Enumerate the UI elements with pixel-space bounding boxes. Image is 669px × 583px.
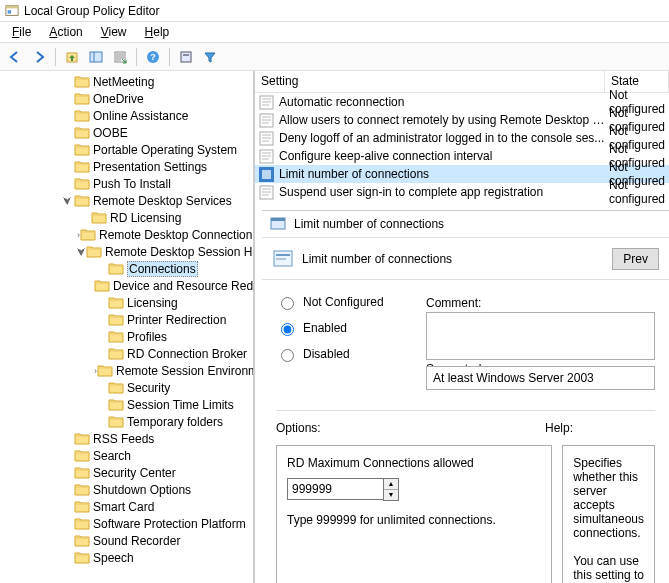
tree-node[interactable]: ›Remote Desktop Connection Client bbox=[77, 226, 253, 243]
tree-node[interactable]: Search bbox=[60, 447, 253, 464]
tree-node[interactable]: Push To Install bbox=[60, 175, 253, 192]
properties-button[interactable] bbox=[175, 46, 197, 68]
column-setting[interactable]: Setting bbox=[255, 71, 605, 92]
list-item[interactable]: Deny logoff of an administrator logged i… bbox=[255, 129, 669, 147]
tree-node[interactable]: NetMeeting bbox=[60, 73, 253, 90]
list-item[interactable]: Limit number of connectionsNot configure… bbox=[255, 165, 669, 183]
tree-node[interactable]: Security Center bbox=[60, 464, 253, 481]
comment-textbox[interactable] bbox=[426, 312, 655, 360]
expander-spacer bbox=[94, 313, 108, 327]
tree-pane[interactable]: NetMeetingOneDriveOnline AssistanceOOBEP… bbox=[0, 71, 255, 583]
tree-node-label: Remote Desktop Session Host bbox=[105, 245, 255, 259]
forward-button[interactable] bbox=[28, 46, 50, 68]
expander-spacer bbox=[60, 483, 74, 497]
menu-help[interactable]: Help bbox=[137, 23, 178, 41]
svg-rect-34 bbox=[271, 218, 285, 221]
tree-node-label: Security bbox=[127, 381, 170, 395]
tree-node[interactable]: ›Remote Session Environment bbox=[94, 362, 253, 379]
tree-node[interactable]: Profiles bbox=[94, 328, 253, 345]
folder-icon bbox=[74, 126, 90, 139]
expander-spacer bbox=[60, 517, 74, 531]
spinner-buttons[interactable]: ▲ ▼ bbox=[383, 478, 399, 501]
list-item[interactable]: Automatic reconnectionNot configured bbox=[255, 93, 669, 111]
export-button[interactable] bbox=[109, 46, 131, 68]
tree-node-label: Remote Session Environment bbox=[116, 364, 255, 378]
expander-spacer bbox=[60, 534, 74, 548]
tree-node-label: Online Assistance bbox=[93, 109, 188, 123]
separator bbox=[136, 48, 137, 66]
policy-tree[interactable]: NetMeetingOneDriveOnline AssistanceOOBEP… bbox=[0, 73, 253, 566]
tree-node-label: Smart Card bbox=[93, 500, 154, 514]
radio-disabled[interactable]: Disabled bbox=[276, 346, 416, 362]
radio-not-configured-input[interactable] bbox=[281, 297, 294, 310]
spinner-up[interactable]: ▲ bbox=[384, 479, 398, 490]
tree-node[interactable]: Speech bbox=[60, 549, 253, 566]
spinner-down[interactable]: ▼ bbox=[384, 490, 398, 500]
tree-node[interactable]: Temporary folders bbox=[94, 413, 253, 430]
tree-node-label: OneDrive bbox=[93, 92, 144, 106]
tree-node[interactable]: ⮟Remote Desktop Session Host bbox=[77, 243, 253, 260]
options-panel: RD Maximum Connections allowed ▲ ▼ Type … bbox=[276, 445, 552, 583]
up-button[interactable] bbox=[61, 46, 83, 68]
expander-spacer bbox=[94, 381, 108, 395]
chevron-down-icon[interactable]: ⮟ bbox=[77, 245, 86, 259]
tree-node[interactable]: Sound Recorder bbox=[60, 532, 253, 549]
chevron-down-icon[interactable]: ⮟ bbox=[60, 194, 74, 208]
menu-view[interactable]: View bbox=[93, 23, 135, 41]
folder-icon bbox=[74, 517, 90, 530]
tree-node[interactable]: Presentation Settings bbox=[60, 158, 253, 175]
folder-icon bbox=[108, 381, 124, 394]
tree-node-label: Push To Install bbox=[93, 177, 171, 191]
tree-node-label: Portable Operating System bbox=[93, 143, 237, 157]
tree-node[interactable]: RD Connection Broker bbox=[94, 345, 253, 362]
radio-enabled[interactable]: Enabled bbox=[276, 320, 416, 336]
expander-spacer bbox=[60, 75, 74, 89]
tree-node[interactable]: Device and Resource Redirection bbox=[94, 277, 253, 294]
radio-disabled-label: Disabled bbox=[303, 347, 350, 361]
folder-icon bbox=[74, 177, 90, 190]
list-item[interactable]: Suspend user sign-in to complete app reg… bbox=[255, 183, 669, 201]
list-header: Setting State bbox=[255, 71, 669, 93]
radio-enabled-input[interactable] bbox=[281, 323, 294, 336]
titlebar: Local Group Policy Editor bbox=[0, 0, 669, 22]
folder-icon bbox=[74, 483, 90, 496]
folder-icon bbox=[74, 92, 90, 105]
expander-spacer bbox=[60, 500, 74, 514]
menu-file[interactable]: File bbox=[4, 23, 39, 41]
tree-node[interactable]: Online Assistance bbox=[60, 107, 253, 124]
list-item[interactable]: Configure keep-alive connection interval… bbox=[255, 147, 669, 165]
tree-node[interactable]: Shutdown Options bbox=[60, 481, 253, 498]
settings-list[interactable]: Automatic reconnectionNot configuredAllo… bbox=[255, 93, 669, 201]
help-button[interactable]: ? bbox=[142, 46, 164, 68]
show-hide-tree-button[interactable] bbox=[85, 46, 107, 68]
radio-disabled-input[interactable] bbox=[281, 349, 294, 362]
tree-node[interactable]: Security bbox=[94, 379, 253, 396]
tree-node[interactable]: Connections bbox=[94, 260, 253, 277]
svg-text:?: ? bbox=[150, 52, 156, 62]
svg-rect-28 bbox=[262, 170, 271, 179]
tree-node[interactable]: RSS Feeds bbox=[60, 430, 253, 447]
max-connections-input[interactable] bbox=[287, 478, 383, 500]
comment-label: Comment: bbox=[426, 294, 655, 310]
tree-node[interactable]: ⮟Remote Desktop Services bbox=[60, 192, 253, 209]
tree-node[interactable]: RD Licensing bbox=[77, 209, 253, 226]
tree-node[interactable]: Session Time Limits bbox=[94, 396, 253, 413]
previous-setting-button[interactable]: Prev bbox=[612, 248, 659, 270]
tree-node[interactable]: Smart Card bbox=[60, 498, 253, 515]
tree-node[interactable]: OneDrive bbox=[60, 90, 253, 107]
tree-node[interactable]: Printer Redirection bbox=[94, 311, 253, 328]
tree-node[interactable]: Licensing bbox=[94, 294, 253, 311]
list-item[interactable]: Allow users to connect remotely by using… bbox=[255, 111, 669, 129]
menu-action[interactable]: Action bbox=[41, 23, 90, 41]
radio-not-configured[interactable]: Not Configured bbox=[276, 294, 416, 310]
tree-node[interactable]: Software Protection Platform bbox=[60, 515, 253, 532]
folder-icon bbox=[108, 415, 124, 428]
tree-node-label: Remote Desktop Services bbox=[93, 194, 232, 208]
tree-node-label: NetMeeting bbox=[93, 75, 154, 89]
tree-node[interactable]: Portable Operating System bbox=[60, 141, 253, 158]
tree-node[interactable]: OOBE bbox=[60, 124, 253, 141]
tree-node-label: Presentation Settings bbox=[93, 160, 207, 174]
filter-button[interactable] bbox=[199, 46, 221, 68]
folder-icon bbox=[108, 330, 124, 343]
back-button[interactable] bbox=[4, 46, 26, 68]
